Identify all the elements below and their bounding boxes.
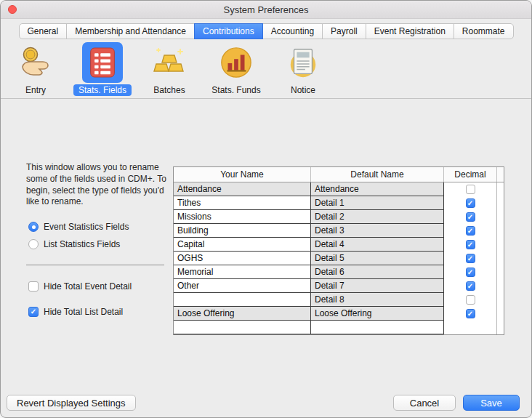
decimal-checkbox[interactable]	[466, 268, 475, 277]
tab-accounting[interactable]: Accounting	[262, 23, 323, 39]
filler-cell	[497, 224, 504, 238]
filler-cell	[497, 307, 504, 321]
footer-button-bar: Revert Displayed Settings Cancel Save	[1, 388, 531, 417]
default-name-cell: Loose Offering	[311, 307, 444, 321]
decimal-cell	[444, 279, 497, 293]
your-name-cell[interactable]: Other	[174, 279, 311, 293]
column-header-filler	[497, 167, 504, 182]
tab-membership-and-attendance[interactable]: Membership and Attendance	[66, 23, 195, 39]
table-row: Attendance Attendance	[174, 182, 504, 196]
titlebar: System Preferences	[1, 1, 531, 19]
decimal-checkbox[interactable]	[466, 309, 475, 318]
decimal-cell	[444, 224, 497, 238]
radio-button[interactable]	[28, 222, 39, 232]
table-row: Detail 8	[174, 293, 504, 307]
default-name-cell: Detail 4	[311, 238, 444, 252]
radio-button[interactable]	[28, 239, 39, 249]
filler-cell	[497, 196, 504, 210]
default-name-cell: Attendance	[311, 182, 444, 196]
list-fields-icon	[82, 42, 123, 83]
column-header-your-name: Your Name	[174, 167, 311, 182]
filler-cell	[497, 210, 504, 224]
your-name-cell[interactable]: Building	[174, 224, 311, 238]
tab-payroll[interactable]: Payroll	[322, 23, 366, 39]
filler-cell	[497, 238, 504, 252]
decimal-cell	[444, 252, 497, 265]
cancel-button[interactable]: Cancel	[393, 395, 456, 411]
decimal-checkbox[interactable]	[466, 198, 475, 208]
your-name-cell[interactable]: OGHS	[174, 252, 311, 265]
tab-general[interactable]: General	[19, 23, 68, 39]
field-names-table: Your Name Default Name Decimal Attendanc…	[173, 166, 504, 335]
filler-cell	[497, 279, 504, 293]
checkbox[interactable]	[28, 307, 39, 317]
tab-bar: General Membership and Attendance Contri…	[1, 19, 531, 39]
toolbar-item-entry[interactable]: Entry	[2, 42, 69, 96]
default-name-cell: Detail 6	[311, 265, 444, 279]
tab-contributions[interactable]: Contributions	[194, 23, 263, 39]
toolbar-item-stats-fields[interactable]: Stats. Fields	[69, 42, 136, 96]
decimal-checkbox[interactable]	[466, 240, 475, 249]
decimal-checkbox[interactable]	[466, 212, 475, 222]
column-header-default-name: Default Name	[311, 167, 444, 182]
default-name-cell: Detail 1	[311, 196, 444, 210]
save-button[interactable]: Save	[463, 395, 520, 411]
decimal-checkbox[interactable]	[466, 254, 475, 263]
filler-cell	[497, 182, 504, 196]
radio-label: List Statistics Fields	[44, 239, 120, 249]
table-header-row: Your Name Default Name Decimal	[174, 167, 504, 182]
toolbar-item-stats-funds[interactable]: Stats. Funds	[203, 42, 270, 96]
table-row: Missions Detail 2	[174, 210, 504, 224]
coin-hand-icon	[15, 42, 56, 83]
toolbar-item-batches[interactable]: Batches	[136, 42, 203, 96]
your-name-cell[interactable]: Loose Offering	[174, 307, 311, 321]
your-name-cell[interactable]: Missions	[174, 210, 311, 224]
bar-chart-icon	[216, 42, 257, 83]
default-name-cell: Detail 8	[311, 293, 444, 307]
your-name-cell[interactable]	[174, 321, 311, 334]
decimal-cell	[444, 210, 497, 224]
tab-roommate[interactable]: Roommate	[454, 23, 514, 39]
default-name-cell: Detail 3	[311, 224, 444, 238]
table-row: Memorial Detail 6	[174, 265, 504, 279]
tab-event-registration[interactable]: Event Registration	[366, 23, 454, 39]
revert-displayed-settings-button[interactable]: Revert Displayed Settings	[7, 395, 136, 411]
your-name-cell[interactable]: Capital	[174, 238, 311, 252]
toolbar-item-label: Batches	[148, 84, 190, 96]
toolbar-item-label: Entry	[20, 84, 51, 96]
filler-cell	[497, 252, 504, 265]
decimal-checkbox[interactable]	[466, 295, 475, 305]
checkbox-label: Hide Total Event Detail	[44, 281, 132, 292]
field-type-radio-group: Event Statistics Fields List Statistics …	[28, 221, 129, 250]
table-row: Building Detail 3	[174, 224, 504, 238]
stats-table-body: Attendance Attendance Tithes Detail 1 Mi…	[174, 182, 504, 334]
your-name-cell[interactable]	[174, 293, 311, 307]
checkbox-hide-total-list-detail[interactable]: Hide Total List Detail	[28, 306, 132, 318]
toolbar-item-notice[interactable]: Notice	[270, 42, 336, 96]
decimal-checkbox[interactable]	[466, 226, 475, 236]
decimal-cell	[444, 265, 497, 279]
toolbar-item-label: Stats. Funds	[206, 84, 265, 96]
contributions-toolbar: Entry Stats. Fields	[1, 39, 531, 96]
checkbox-hide-total-event-detail[interactable]: Hide Total Event Detail	[28, 281, 132, 292]
close-button[interactable]	[8, 5, 17, 14]
decimal-checkbox[interactable]	[466, 281, 475, 291]
default-name-cell: Detail 5	[311, 252, 444, 265]
default-name-cell: Detail 7	[311, 279, 444, 293]
decimal-cell	[444, 238, 497, 252]
your-name-cell[interactable]: Attendance	[174, 182, 311, 196]
preferences-window: System Preferences General Membership an…	[0, 0, 532, 418]
your-name-cell[interactable]: Tithes	[174, 196, 311, 210]
your-name-cell[interactable]: Memorial	[174, 265, 311, 279]
radio-list-statistics-fields[interactable]: List Statistics Fields	[28, 238, 129, 250]
table-row	[174, 321, 504, 334]
hide-totals-check-group: Hide Total Event Detail Hide Total List …	[28, 281, 132, 318]
table-row: Other Detail 7	[174, 279, 504, 293]
decimal-checkbox[interactable]	[466, 185, 475, 194]
default-name-cell	[311, 321, 444, 334]
filler-cell	[497, 265, 504, 279]
checkbox[interactable]	[28, 281, 39, 292]
decimal-cell	[444, 307, 497, 321]
filler-cell	[497, 321, 504, 334]
radio-event-statistics-fields[interactable]: Event Statistics Fields	[28, 221, 129, 233]
